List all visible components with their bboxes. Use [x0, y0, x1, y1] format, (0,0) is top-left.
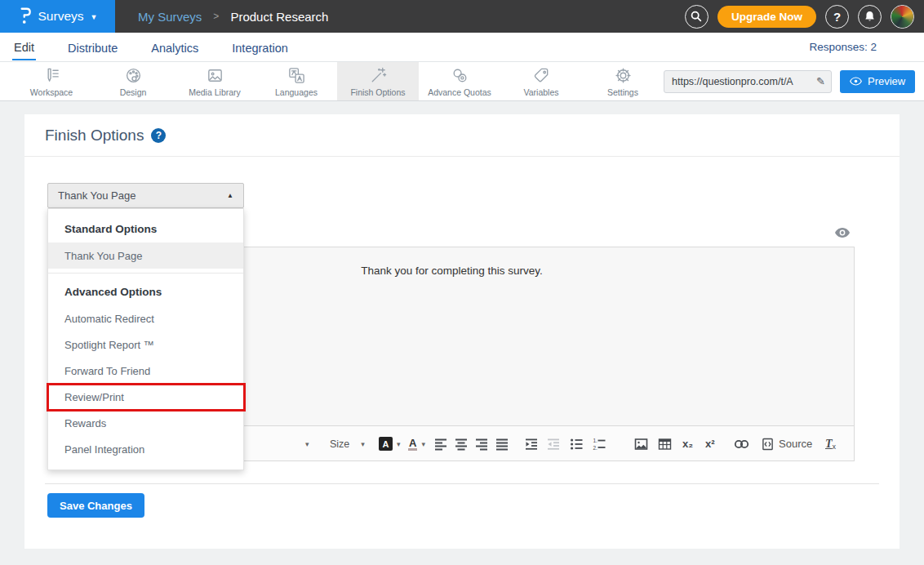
ribbon-tab-label: Workspace	[30, 87, 73, 97]
insert-table-button[interactable]	[658, 426, 672, 461]
tab-distribute[interactable]: Distribute	[66, 35, 119, 60]
ribbon-tab-advance-quotas[interactable]: Advance Quotas	[419, 62, 500, 100]
chevron-down-icon: ▼	[91, 13, 98, 21]
user-avatar[interactable]	[891, 5, 914, 29]
subscript-button[interactable]: x₂	[682, 426, 693, 461]
page-title: Finish Options	[45, 127, 144, 145]
content-preview-toggle[interactable]	[834, 227, 851, 242]
svg-text:1.: 1.	[593, 438, 598, 443]
responses-count[interactable]: Responses: 2	[809, 41, 877, 53]
indent-icon	[525, 438, 538, 451]
dropdown-item-forward-to-friend[interactable]: Forward To Friend	[48, 358, 243, 384]
finish-options-wand-icon	[369, 66, 388, 85]
bulleted-list-button[interactable]	[570, 426, 583, 461]
dropdown-divider	[48, 273, 243, 274]
align-center-button[interactable]	[455, 426, 468, 461]
breadcrumb-current-page: Product Research	[230, 10, 328, 24]
text-color-button[interactable]: A ▾	[408, 426, 425, 461]
eye-icon	[834, 227, 851, 238]
dropdown-group-standard: Standard Options	[48, 216, 243, 242]
source-button[interactable]: Source	[762, 426, 812, 461]
size-combo-button[interactable]: Size ▾	[330, 426, 365, 461]
breadcrumb-my-surveys[interactable]: My Surveys	[138, 10, 202, 24]
font-combo-button[interactable]: ▾	[301, 426, 309, 461]
align-left-button[interactable]	[434, 426, 447, 461]
insert-link-button[interactable]	[734, 426, 749, 461]
avatar-image	[891, 6, 913, 28]
question-mark-icon: ?	[833, 10, 841, 24]
link-chain-icon	[734, 439, 749, 449]
survey-url-field[interactable]: https://questionpro.com/t/A ✎	[664, 70, 832, 93]
ribbon-tab-languages[interactable]: Languages	[255, 62, 337, 100]
save-section-divider	[45, 483, 879, 484]
caret-up-icon: ▲	[227, 192, 233, 199]
ribbon-tab-design[interactable]: Design	[92, 62, 174, 100]
justify-icon	[495, 438, 509, 451]
upgrade-now-button[interactable]: Upgrade Now	[717, 6, 816, 28]
workspace-icon	[42, 66, 61, 85]
justify-button[interactable]	[495, 426, 509, 461]
dropdown-group-advanced: Advanced Options	[48, 278, 243, 305]
outdent-icon	[547, 438, 560, 451]
ribbon-tab-workspace[interactable]: Workspace	[11, 62, 92, 100]
source-label: Source	[779, 438, 812, 450]
dropdown-item-panel-integration[interactable]: Panel Integration	[48, 436, 243, 462]
align-center-icon	[455, 438, 468, 451]
numbered-list-button[interactable]: 1. 2.	[593, 426, 606, 461]
topbar-actions: Upgrade Now ?	[685, 5, 924, 29]
edit-url-pencil-icon[interactable]: ✎	[816, 75, 825, 87]
ribbon-tab-variables[interactable]: Variables	[500, 62, 582, 100]
editor-content-text: Thank you for completing this survey.	[361, 265, 543, 277]
finish-options-panel: Finish Options ? Thank You Page ▲ Standa…	[24, 114, 900, 549]
notifications-button[interactable]	[858, 5, 882, 29]
dropdown-item-automatic-redirect[interactable]: Automatic Redirect	[48, 305, 243, 331]
edit-ribbon: Workspace Design Media Library Languages	[0, 62, 924, 101]
advance-quotas-icon	[451, 66, 469, 85]
search-button[interactable]	[685, 5, 709, 29]
tab-edit[interactable]: Edit	[12, 34, 36, 60]
indent-button[interactable]	[525, 426, 538, 461]
finish-option-dropdown: Standard Options Thank You Page Advanced…	[47, 208, 244, 470]
tab-integration[interactable]: Integration	[230, 35, 290, 60]
bulleted-list-icon	[570, 438, 583, 451]
ribbon-right-actions: https://questionpro.com/t/A ✎ Preview	[664, 62, 924, 100]
ribbon-tab-settings[interactable]: Settings	[582, 62, 664, 100]
survey-url-value: https://questionpro.com/t/A	[664, 76, 808, 87]
tab-analytics[interactable]: Analytics	[149, 35, 200, 60]
preview-eye-icon	[850, 77, 862, 86]
bell-icon	[864, 10, 876, 23]
top-bar: Surveys ▼ My Surveys > Product Research …	[0, 0, 924, 33]
background-color-button[interactable]: A ▾	[379, 426, 401, 461]
ribbon-tab-label: Design	[120, 87, 147, 97]
ribbon-tabs: Workspace Design Media Library Languages	[0, 62, 664, 100]
breadcrumb: My Surveys > Product Research	[138, 10, 328, 24]
dropdown-item-thank-you-page[interactable]: Thank You Page	[48, 242, 243, 269]
ribbon-tab-media-library[interactable]: Media Library	[174, 62, 255, 100]
remove-format-icon: T	[825, 438, 833, 451]
media-library-icon	[206, 66, 224, 85]
align-left-icon	[434, 438, 447, 451]
dropdown-item-review-print[interactable]: Review/Print	[48, 384, 243, 410]
panel-header: Finish Options ?	[24, 114, 900, 157]
ribbon-tab-label: Settings	[607, 87, 638, 97]
dropdown-item-spotlight-report[interactable]: Spotlight Report ™	[48, 331, 243, 358]
breadcrumb-separator-icon: >	[213, 11, 219, 22]
surveys-product-menu[interactable]: Surveys ▼	[0, 0, 115, 33]
selected-option-label: Thank You Page	[48, 189, 135, 202]
superscript-button[interactable]: x²	[705, 426, 715, 461]
align-right-button[interactable]	[475, 426, 488, 461]
outdent-button[interactable]	[547, 426, 560, 461]
insert-image-button[interactable]	[634, 426, 648, 461]
settings-gear-icon	[614, 66, 633, 85]
remove-format-button[interactable]: T x	[825, 426, 836, 461]
finish-option-select[interactable]: Thank You Page ▲	[47, 183, 244, 208]
dropdown-item-rewards[interactable]: Rewards	[48, 410, 243, 436]
finish-options-help-icon[interactable]: ?	[151, 128, 166, 143]
combo-caret-icon: ▾	[397, 440, 401, 448]
preview-button[interactable]: Preview	[840, 70, 915, 93]
save-changes-button[interactable]: Save Changes	[47, 493, 144, 518]
numbered-list-icon: 1. 2.	[593, 438, 606, 451]
ribbon-tab-finish-options[interactable]: Finish Options	[337, 62, 419, 100]
insert-table-icon	[658, 438, 672, 451]
help-button[interactable]: ?	[825, 5, 849, 29]
